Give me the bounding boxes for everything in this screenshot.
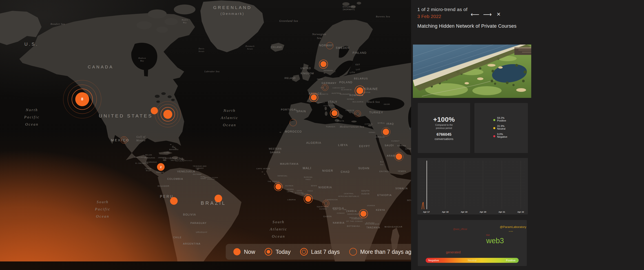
marker-dot [305,196,311,202]
marker-dot: 2 [157,163,165,171]
legend-label: Today [276,249,291,255]
sentiment-percent: 9.0% [497,133,507,136]
legend-item-today[interactable]: Today [264,248,291,256]
marker-dot [396,154,402,160]
sentiment-row-neutral: 31.9%Neutral [493,125,507,130]
conversations-count: 6766045 [436,132,451,137]
svg-text:Apr 21: Apr 21 [498,211,505,213]
world-map[interactable]: U.S.CANADAUNITED STATESGREENLAND(Denmark… [0,0,427,270]
panel-header: 1 of 2 micro-trend as of 3 Feb 2022 ⟵ ⟶ … [417,7,501,19]
today-marker-icon [264,248,272,256]
sentiment-label: Negative [497,136,507,138]
cloud-word-mu-bot[interactable]: mu bot [509,231,513,232]
map-legend: NowTodayLast 7 daysMore than 7 days ago [226,244,421,260]
volume-compare-line2: previous period [436,126,452,129]
sentiment-row-negative: 9.0%Negative [493,133,507,138]
marker-dot: 8 [75,92,89,106]
sentiment-label: Positive [497,119,506,122]
bar-label-positive: Positive [506,259,516,262]
sentiment-row-positive: 59.2%Positive [493,116,507,122]
trend-chart-plot[interactable]: Apr 17Apr 18Apr 19Apr 20Apr 21Apr 22 [417,158,528,214]
trend-counter: 1 of 2 micro-trend as of [417,7,468,12]
bar-label-neutral: Neutral [468,259,476,262]
sentiment-breakdown: 59.2%Positive31.9%Neutral9.0%Negative [493,116,507,141]
cloud-word-rise[interactable]: rise [486,233,490,236]
marker-dot [360,211,366,217]
legend-item-more-than-7-days-ago[interactable]: More than 7 days ago [349,248,415,256]
sentiment-label: Neutral [497,127,506,130]
sentiment-gradient-bar: NegativeNeutralPositive [426,258,519,263]
older-marker-icon [349,248,357,256]
legend-item-now[interactable]: Now [234,248,255,255]
svg-text:Apr 17: Apr 17 [423,211,430,213]
neutral-dot-icon [493,127,495,129]
trend-chart-card: Apr 17Apr 18Apr 19Apr 20Apr 21Apr 22 [417,158,528,214]
negative-dot-icon [493,135,495,137]
trend-title: Matching Hidden Network of Private Cours… [417,23,524,30]
volume-stat-card: +100% Compared to the previous period 67… [418,103,470,153]
close-panel-icon[interactable]: ✕ [497,12,501,17]
volume-delta: +100% [433,116,455,123]
marker-dot [356,87,363,94]
marker-dot [214,195,222,202]
trend-image [413,45,531,98]
marker-dot [320,61,326,67]
marker-dot [163,110,172,119]
marker-dot [332,110,338,116]
volume-compare-line1: Compared to the [435,123,452,126]
svg-text:Apr 18: Apr 18 [442,211,448,213]
trend-date: 3 Feb 2022 [417,14,468,19]
now-marker-icon [234,248,240,255]
sentiment-stat-card: 59.2%Positive31.9%Neutral9.0%Negative [474,103,528,153]
dashboard: U.S.CANADAUNITED STATESGREENLAND(Denmark… [0,0,644,270]
sentiment-percent: 59.2% [497,116,506,119]
positive-dot-icon [493,119,495,121]
legend-item-last-7-days[interactable]: Last 7 days [300,248,340,256]
svg-text:Apr 20: Apr 20 [480,211,486,213]
marker-ring [322,200,329,207]
svg-text:Apr 19: Apr 19 [461,211,468,213]
legend-label: Last 7 days [311,249,340,255]
last7-marker-icon [300,248,308,256]
bar-label-negative: Negative [428,259,439,262]
conversations-label: conversations [435,137,453,141]
prev-trend-arrow-icon[interactable]: ⟵ [470,12,479,18]
marker-dot [383,129,389,135]
legend-label: Now [244,249,255,255]
map-bottom-fade [0,261,427,270]
panel-header-text: 1 of 2 micro-trend as of 3 Feb 2022 [417,7,468,19]
wordcloud-card: @wee_official@ParamLaboratorymu botrisew… [418,220,527,266]
marker-ring [290,119,297,126]
svg-text:Apr 22: Apr 22 [517,211,524,213]
map-landmass [0,0,427,270]
cloud-word--paramlaboratory[interactable]: @ParamLaboratory [500,225,526,229]
marker-dot [276,184,281,190]
marker-ring [354,110,361,117]
marker-ring [326,42,333,49]
marker-ring [120,136,128,144]
next-trend-arrow-icon[interactable]: ⟶ [483,12,492,18]
cloud-word--wee-official[interactable]: @wee_official [453,228,467,230]
cloud-word-generated[interactable]: generated [446,250,460,254]
cloud-word-web3[interactable]: web3 [486,236,504,245]
trend-navigation: ⟵ ⟶ ✕ [470,10,501,19]
marker-ring [322,84,328,91]
marker-dot [170,197,178,205]
legend-label: More than 7 days ago [360,249,415,255]
sentiment-percent: 31.9% [497,125,506,127]
marker-dot [311,94,317,100]
micro-trend-panel: 1 of 2 micro-trend as of 3 Feb 2022 ⟵ ⟶ … [411,0,644,270]
